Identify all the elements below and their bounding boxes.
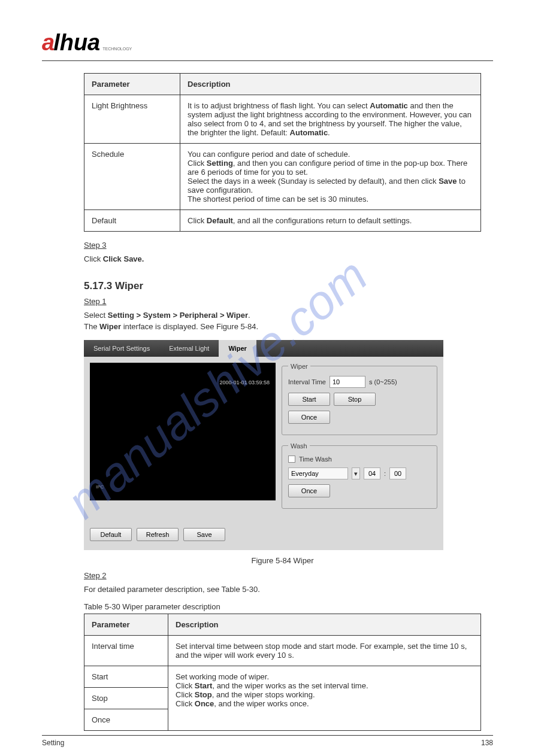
param-cell: Once	[84, 709, 168, 731]
page-footer: Setting 138	[42, 735, 493, 747]
param-cell: Stop	[84, 688, 168, 709]
table-parameters-2: Parameter Description Interval time Set …	[84, 614, 481, 731]
wash-fieldset: Wash Time Wash ▾ :	[282, 442, 437, 509]
save-button[interactable]: Save	[183, 528, 225, 541]
refresh-button[interactable]: Refresh	[137, 528, 179, 541]
table1-header-param: Parameter	[84, 74, 180, 95]
everyday-select[interactable]	[288, 467, 348, 479]
figure-wiper: Serial Port Settings External Light Wipe…	[84, 340, 443, 550]
table-row: Default Click Default, and all the confi…	[84, 210, 481, 232]
interval-time-input[interactable]	[330, 376, 365, 388]
table-row: Light Brightness It is to adjust brightn…	[84, 95, 481, 144]
timewash-checkbox[interactable]	[288, 456, 295, 463]
tab-wiper[interactable]: Wiper	[219, 340, 256, 357]
footer-section: Setting	[42, 739, 64, 747]
logo-part1: a	[42, 30, 55, 56]
table2-header-desc: Description	[168, 614, 481, 636]
desc-cell: It is to adjust brightness of flash ligh…	[180, 95, 481, 144]
once-button[interactable]: Once	[288, 411, 330, 424]
desc-cell: Click Default, and all the configuration…	[180, 210, 481, 232]
start-button[interactable]: Start	[288, 393, 330, 406]
param-cell: Light Brightness	[84, 95, 180, 144]
preview-timestamp: 2000-01-01 03:59:58	[219, 379, 270, 385]
desc-cell: Set interval time between stop mode and …	[168, 636, 481, 666]
table2-header-param: Parameter	[84, 614, 168, 636]
table-row: Schedule You can configure period and da…	[84, 144, 481, 210]
wiper-fieldset: Wiper Interval Time s (0~255) Start Stop…	[282, 363, 437, 435]
table1-header-desc: Description	[180, 74, 481, 95]
default-button[interactable]: Default	[90, 528, 132, 541]
table2-caption: Table 5-30 Wiper parameter description	[84, 602, 481, 611]
param-cell: Schedule	[84, 144, 180, 210]
desc-cell: You can configure period and date of sch…	[180, 144, 481, 210]
logo-sub: TECHNOLOGY	[102, 47, 132, 51]
figure-tabs: Serial Port Settings External Light Wipe…	[84, 340, 443, 357]
wash-min-input[interactable]	[389, 467, 406, 479]
table-row: Interval time Set interval time between …	[84, 636, 481, 666]
wash-legend: Wash	[288, 442, 310, 450]
section-title: 5.17.3 Wiper	[84, 280, 481, 292]
step2-text: For detailed parameter description, see …	[84, 584, 481, 596]
tab-serial-port[interactable]: Serial Port Settings	[84, 340, 159, 357]
wash-hour-input[interactable]	[364, 467, 380, 479]
figure-caption: Figure 5-84 Wiper	[84, 556, 481, 565]
table-row: Start Set working mode of wiper. Click S…	[84, 666, 481, 688]
step2-label: Step 2	[84, 571, 481, 580]
video-preview: 2000-01-01 03:59:58 IPC	[90, 363, 276, 500]
timewash-label: Time Wash	[299, 456, 332, 463]
step3-label: Step 3	[84, 241, 481, 250]
time-colon: :	[384, 470, 386, 477]
interval-time-suffix: s (0~255)	[369, 378, 397, 385]
tab-external-light[interactable]: External Light	[159, 340, 219, 357]
dropdown-icon[interactable]: ▾	[352, 467, 360, 479]
logo: a lhua TECHNOLOGY	[42, 30, 132, 56]
step1-text: Select Setting > System > Peripheral > W…	[84, 309, 481, 333]
param-cell: Default	[84, 210, 180, 232]
interval-time-label: Interval Time	[288, 378, 326, 385]
logo-part2: lhua	[53, 30, 100, 56]
table-parameters-1: Parameter Description Light Brightness I…	[84, 73, 481, 232]
param-cell: Start	[84, 666, 168, 688]
desc-cell-merged: Set working mode of wiper. Click Start, …	[168, 666, 481, 731]
wash-once-button[interactable]: Once	[288, 484, 330, 497]
step1-label: Step 1	[84, 297, 481, 306]
preview-ipc: IPC	[96, 484, 104, 490]
param-cell: Interval time	[84, 636, 168, 666]
page-header: a lhua TECHNOLOGY	[42, 30, 493, 61]
footer-page-number: 138	[481, 739, 493, 747]
step3-text: Click Click Save.	[84, 253, 481, 265]
stop-button[interactable]: Stop	[334, 393, 376, 406]
wiper-legend: Wiper	[288, 363, 310, 370]
